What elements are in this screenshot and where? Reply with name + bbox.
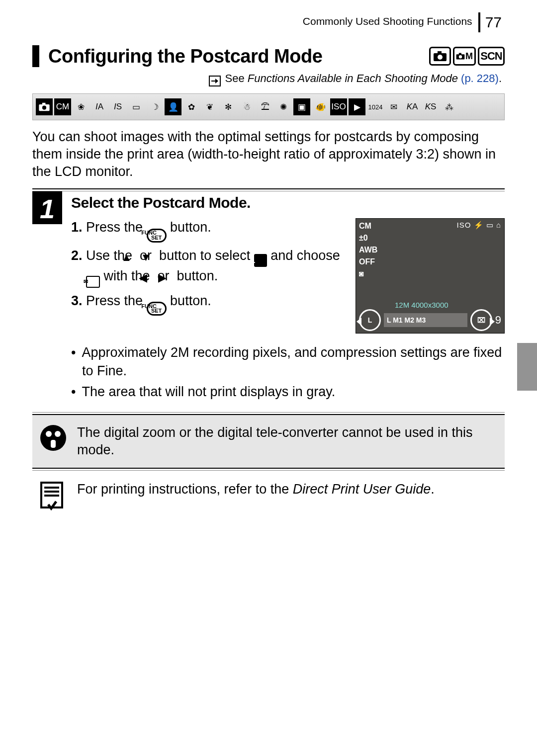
warning-note: The digital zoom or the digital tele-con… — [32, 415, 505, 468]
arrow-right-icon — [209, 76, 221, 86]
lcd-status-icons: ISO ⚡ ▭ ⌂ — [457, 221, 501, 230]
svg-rect-14 — [44, 487, 59, 489]
lcd-preview: CM ±0 AWB OFF ◙ ISO ⚡ ▭ ⌂ 12M 4000x3000 … — [356, 218, 505, 334]
step-item-2: 2. Use the ▲ or ▼ button to select L and… — [71, 247, 348, 288]
strip-portrait-icon: 👤 — [165, 98, 181, 115]
lcd-shots-remaining: 9 — [495, 314, 501, 327]
lcd-resolution-caption: 12M 4000x3000 — [395, 301, 448, 309]
lcd-size-options: L M1 M2 M3 — [384, 313, 467, 327]
section-label: Commonly Used Shooting Functions — [303, 12, 478, 32]
step-number: 1 — [32, 191, 62, 224]
step-title: Select the Postcard Mode. — [71, 194, 505, 211]
svg-point-10 — [46, 431, 52, 437]
func-set-icon: FUNCSET — [147, 229, 167, 243]
printer-reference: For printing instructions, refer to the … — [32, 471, 505, 514]
svg-rect-12 — [51, 440, 56, 448]
intro-paragraph: You can shoot images with the optimal se… — [32, 128, 505, 180]
page-number: 77 — [478, 12, 505, 32]
strip-is-icon: IS — [109, 98, 126, 115]
strip-firework-icon: ✺ — [275, 98, 292, 115]
strip-frame-icon: ▣ — [293, 98, 310, 115]
strip-rect-icon: ▭ — [128, 98, 145, 115]
note-1: Approximately 2M recording pixels, and c… — [71, 343, 505, 380]
svg-point-5 — [459, 55, 462, 58]
mode-badge-cm: M — [453, 47, 476, 66]
postcard-icon: ✉ — [86, 276, 100, 288]
see-reference: See Functions Available in Each Shooting… — [32, 72, 502, 86]
svg-rect-16 — [44, 495, 59, 497]
strip-aquarium-icon: 🐠 — [312, 98, 329, 115]
printer-icon — [39, 482, 67, 514]
func-set-icon: FUNCSET — [147, 302, 167, 316]
step-1: 1 Select the Postcard Mode. 1. Press the… — [32, 191, 505, 404]
warning-text: The digital zoom or the digital tele-con… — [77, 424, 498, 459]
strip-movie-icon: ▶ — [349, 98, 365, 115]
svg-rect-7 — [42, 103, 46, 105]
strip-night-icon: ☽ — [146, 98, 163, 115]
lcd-metering-icon: ◙ — [359, 269, 377, 278]
lcd-right-selector: ⌧ — [470, 309, 492, 331]
strip-iso-icon: ISO — [330, 98, 347, 115]
svg-rect-1 — [438, 51, 442, 54]
warning-icon — [39, 424, 67, 459]
lcd-cm-icon: CM — [359, 222, 377, 231]
page-title: Configuring the Postcard Mode — [48, 46, 420, 67]
svg-point-2 — [438, 55, 443, 60]
shooting-mode-icon-strip: CM ❀ IA IS ▭ ☽ 👤 ✿ ❦ ✻ ☃ ⛱ ✺ ▣ 🐠 ISO ▶ 1… — [32, 93, 505, 120]
title-row: Configuring the Postcard Mode M SCN — [32, 45, 505, 67]
note-2: The area that will not print displays in… — [71, 383, 505, 401]
strip-macro-icon: ❀ — [73, 98, 90, 115]
strip-mail-icon: ✉ — [385, 98, 402, 115]
strip-ka-icon: KA — [404, 98, 421, 115]
svg-rect-4 — [459, 53, 461, 55]
strip-camera-icon — [36, 98, 53, 115]
strip-flower-icon: ✿ — [183, 98, 200, 115]
strip-ia-icon: IA — [91, 98, 108, 115]
lcd-awb: AWB — [359, 246, 377, 254]
strip-beach-icon: ⛱ — [257, 98, 273, 115]
l-size-icon: L — [254, 254, 267, 267]
svg-rect-15 — [44, 491, 59, 493]
step-item-1: 1. Press the FUNCSET button. — [71, 218, 348, 242]
lcd-off: OFF — [359, 257, 377, 266]
lcd-left-selector: L — [359, 309, 381, 331]
mode-badge-camera-icon — [429, 47, 451, 66]
notes-list: Approximately 2M recording pixels, and c… — [71, 343, 505, 401]
strip-snowman-icon: ☃ — [238, 98, 255, 115]
strip-dots-icon: ⁂ — [441, 98, 457, 115]
page-header: Commonly Used Shooting Functions 77 — [32, 12, 505, 32]
strip-leaf-icon: ❦ — [201, 98, 218, 115]
strip-star-icon: ✻ — [220, 98, 237, 115]
title-accent-bar — [32, 45, 39, 67]
svg-point-8 — [42, 106, 46, 110]
strip-cm-icon: CM — [54, 98, 71, 115]
section-tab — [517, 343, 537, 391]
step-item-3: 3. Press the FUNCSET button. — [71, 292, 348, 316]
lcd-ev: ±0 — [359, 234, 377, 243]
strip-1024-icon: 1024 — [367, 98, 384, 115]
svg-point-11 — [55, 431, 61, 437]
mode-badge-scn: SCN — [478, 47, 505, 66]
strip-ks-icon: KS — [422, 98, 439, 115]
